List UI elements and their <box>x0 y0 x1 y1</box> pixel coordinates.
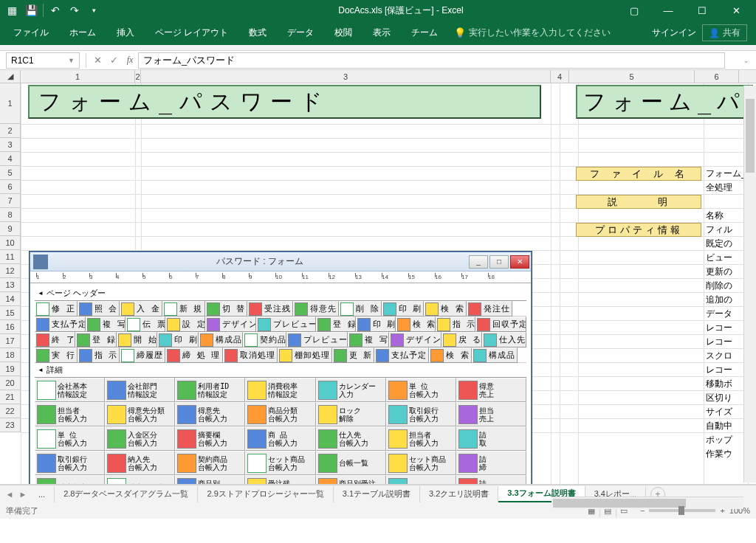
minimize-button[interactable]: ― <box>651 0 685 21</box>
tab-insert[interactable]: 挿入 <box>106 21 145 45</box>
form-detail-button[interactable]: 担当者 台帳入力 <box>35 402 105 426</box>
row-header[interactable]: 21 <box>0 390 21 404</box>
form-detail-button[interactable]: 商品別 受注明細表 <box>175 475 245 485</box>
form-detail-button[interactable]: 単 位 台帳入力 <box>35 426 105 451</box>
cancel-formula-icon[interactable]: ✕ <box>89 52 106 69</box>
form-detail-button[interactable]: 商 品 台帳入力 <box>245 426 315 451</box>
form-detail-button[interactable]: 商品別受注 残明細表 <box>316 475 386 485</box>
row-header[interactable]: 5 <box>0 166 21 180</box>
horizontal-scrollbar[interactable] <box>551 497 743 509</box>
section-page-header[interactable]: ページ ヘッダー <box>35 286 526 301</box>
row-header[interactable]: 17 <box>0 334 21 348</box>
form-detail-button[interactable]: セット商品 台帳入力 <box>386 451 456 475</box>
label-cell-file[interactable]: フ ァ イ ル 名 <box>576 167 701 181</box>
form-button[interactable]: 新 規 <box>162 301 205 317</box>
form-button[interactable]: 受注残 <box>247 301 293 317</box>
form-titlebar[interactable]: パスワード : フォーム _ □ ✕ <box>30 252 531 272</box>
row-header[interactable]: 10 <box>0 236 21 250</box>
close-button[interactable]: ✕ <box>719 0 753 21</box>
form-detail-button[interactable]: 入金区分 台帳入力 <box>105 426 175 451</box>
sheet-tab[interactable]: 2.8データベースダイアグラム一覧 <box>55 486 198 502</box>
enter-formula-icon[interactable]: ✓ <box>106 52 122 69</box>
chevron-down-icon[interactable]: ▼ <box>68 57 75 64</box>
form-detail-button[interactable]: カレンダー 入力 <box>316 378 386 402</box>
form-close[interactable]: ✕ <box>510 255 529 269</box>
form-button[interactable]: 複 写 <box>86 317 126 332</box>
save-button[interactable]: 💾 <box>22 2 40 18</box>
form-button[interactable]: プレビュー <box>256 317 315 332</box>
row-header[interactable]: 7 <box>0 194 21 208</box>
form-detail-button[interactable]: 受注明細表 <box>105 475 175 485</box>
form-detail-button[interactable]: 得意先 台帳入力 <box>175 402 245 426</box>
form-button[interactable]: デザイン <box>205 317 256 332</box>
sheet-tab[interactable]: 3.1テーブル説明書 <box>334 486 420 502</box>
expand-formula-bar[interactable]: ⌄ <box>740 57 753 64</box>
form-button[interactable]: 設 定 <box>165 317 205 332</box>
form-detail-button[interactable]: ラベル発行 <box>386 475 456 485</box>
section-detail[interactable]: 詳細 <box>35 363 526 378</box>
ribbon-display-options[interactable]: ▢ <box>617 0 651 21</box>
row-header[interactable]: 9 <box>0 222 21 236</box>
form-button[interactable]: 回収予定 <box>475 317 526 332</box>
row-header[interactable]: 6 <box>0 180 21 194</box>
form-detail-button[interactable]: 納入先 台帳入力 <box>105 451 175 475</box>
form-detail-button[interactable]: 契約商品 台帳入力 <box>175 451 245 475</box>
form-button[interactable]: 戻 る <box>441 332 482 347</box>
row-header[interactable]: 3 <box>0 138 21 152</box>
form-button[interactable]: 検 索 <box>424 301 467 317</box>
form-button[interactable]: 棚卸処理 <box>278 347 332 363</box>
form-button[interactable]: 照 会 <box>78 301 120 317</box>
form-button[interactable]: 発注仕 <box>467 301 512 317</box>
form-detail-button[interactable]: 受注残 明細表 <box>245 475 315 485</box>
row-header[interactable]: 20 <box>0 376 21 390</box>
select-all-cell[interactable]: ◢ <box>0 70 21 83</box>
qat-customize[interactable]: ▾ <box>85 2 103 18</box>
form-button[interactable]: 更 新 <box>332 347 375 363</box>
name-box[interactable]: R1C1▼ <box>6 52 80 69</box>
form-button[interactable]: 終 了 <box>35 332 75 347</box>
signin-link[interactable]: サインイン <box>652 27 696 39</box>
form-maximize[interactable]: □ <box>489 255 509 269</box>
form-detail-button[interactable]: 会社部門 情報設定 <box>105 378 175 402</box>
col-header[interactable]: 4 <box>551 70 569 83</box>
form-detail-button[interactable]: 商品分類 台帳入力 <box>245 402 315 426</box>
col-header[interactable]: 3 <box>141 70 551 83</box>
form-button[interactable]: 検 索 <box>396 317 436 332</box>
form-button[interactable]: 切 替 <box>205 301 248 317</box>
row-header[interactable]: 18 <box>0 348 21 362</box>
form-detail-button[interactable]: セット商品 台帳入力 <box>245 451 315 475</box>
form-detail-button[interactable]: 摘要欄 台帳入力 <box>175 426 245 451</box>
form-button[interactable]: 登 録 <box>75 332 116 347</box>
label-cell-prop[interactable]: プロパティ情報 <box>576 223 701 237</box>
embedded-form-window[interactable]: パスワード : フォーム _ □ ✕ 123456789101112131415… <box>30 252 532 485</box>
row-header[interactable]: 23 <box>0 418 21 432</box>
form-button[interactable]: 印 刷 <box>157 332 198 347</box>
row-header[interactable]: 1 <box>0 83 21 124</box>
form-button[interactable]: 支払予定 <box>374 347 429 363</box>
form-button[interactable]: 指 示 <box>78 347 120 363</box>
tab-nav-first[interactable]: ◄ <box>3 488 16 501</box>
spreadsheet-grid[interactable]: ◢ 1 2 3 4 5 6 12345678910111213141516171… <box>0 70 756 485</box>
sheet-tab[interactable]: 3.2クエリ説明書 <box>420 486 498 502</box>
form-button[interactable]: 検 索 <box>429 347 472 363</box>
row-header[interactable]: 12 <box>0 264 21 278</box>
form-detail-button[interactable]: 消費税率 情報設定 <box>245 378 315 402</box>
form-button[interactable]: 契約品 <box>243 332 287 347</box>
tab-layout[interactable]: ページ レイアウト <box>145 21 238 45</box>
merged-title-cell[interactable]: フォーム_パスワード <box>28 85 541 119</box>
row-header[interactable]: 22 <box>0 404 21 418</box>
form-detail-button[interactable]: 受注入力 <box>35 475 105 485</box>
col-header[interactable]: 2 <box>135 70 141 83</box>
tab-file[interactable]: ファイル <box>3 21 59 45</box>
share-button[interactable]: 👤共有 <box>702 24 747 41</box>
form-detail-button[interactable]: 得意先分類 台帳入力 <box>105 402 175 426</box>
form-detail-button[interactable]: 請 発 <box>456 475 526 485</box>
row-header[interactable]: 15 <box>0 306 21 320</box>
tell-me[interactable]: 💡実行したい作業を入力してください <box>454 27 611 39</box>
form-button[interactable]: 印 刷 <box>356 317 396 332</box>
form-button[interactable]: 複 写 <box>348 332 388 347</box>
form-button[interactable]: 構成品 <box>472 347 518 363</box>
tab-home[interactable]: ホーム <box>59 21 106 45</box>
form-button[interactable]: 仕入先 <box>482 332 526 347</box>
tab-more-left[interactable]: ... <box>30 486 55 502</box>
